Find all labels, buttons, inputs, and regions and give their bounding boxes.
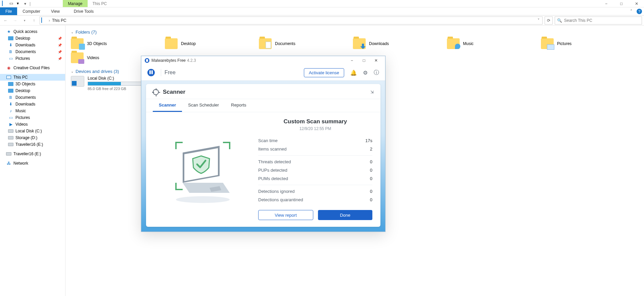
search-icon: 🔍 (557, 18, 562, 23)
drive-icon (8, 128, 13, 134)
activate-license-button[interactable]: Activate license (304, 68, 344, 77)
folder-icon (8, 88, 13, 93)
quick-access-toolbar: ▭ ▾ ▾ | (0, 1, 33, 6)
drive-icon (71, 76, 84, 87)
sidebar-item-traveller-detached[interactable]: Traveller16 (E:) (0, 151, 65, 157)
folders-section-header[interactable]: ⌄Folders (7) (71, 30, 639, 35)
drive-name: Local Disk (C:) (88, 76, 141, 81)
malwarebytes-window: Malwarebytes Free 4.2.3 − □ ✕ Free Activ… (141, 56, 385, 232)
close-button[interactable]: ✕ (629, 0, 644, 7)
pin-icon: 📌 (58, 50, 62, 54)
folder-desktop[interactable]: Desktop (165, 37, 232, 51)
folder-downloads[interactable]: Downloads (353, 37, 420, 51)
search-box[interactable]: 🔍 (555, 16, 642, 25)
maximize-button[interactable]: □ (614, 0, 629, 7)
folder-videos[interactable]: Videos (71, 51, 138, 65)
gear-icon[interactable]: ⚙ (363, 70, 368, 76)
tab-scanner[interactable]: Scanner (153, 99, 182, 112)
row-pums: PUMs detected0 (258, 174, 372, 183)
row-scan-time: Scan time17s (258, 136, 372, 145)
ribbon-tab-drive-tools[interactable]: Drive Tools (68, 7, 99, 15)
summary-title: Custom Scan summary (258, 118, 372, 125)
pin-icon: 📌 (58, 37, 62, 40)
qat-overflow[interactable]: ▾ (24, 1, 26, 6)
folder-music[interactable]: Music (447, 37, 514, 51)
sidebar-item-desktop[interactable]: Desktop📌 (0, 35, 65, 42)
folder-icon (165, 38, 178, 49)
sidebar-item-traveller-e[interactable]: Traveller16 (E:) (0, 141, 65, 148)
refresh-button[interactable]: ⟳ (545, 16, 553, 25)
sidebar-network[interactable]: 🖧Network (0, 160, 65, 167)
mb-titlebar[interactable]: Malwarebytes Free 4.2.3 − □ ✕ (141, 56, 385, 65)
chevron-down-icon: ⌄ (71, 70, 74, 73)
sidebar-item-documents2[interactable]: 🗎Documents (0, 94, 65, 101)
sidebar-item-downloads[interactable]: ⬇Downloads📌 (0, 42, 65, 48)
ribbon-collapse[interactable]: ˄ (628, 9, 635, 14)
ribbon-tab-computer[interactable]: Computer (17, 7, 46, 15)
view-report-button[interactable]: View report (258, 210, 313, 220)
row-pups: PUPs detected0 (258, 166, 372, 174)
sidebar-item-storage-d[interactable]: Storage (D:) (0, 134, 65, 141)
svg-marker-1 (183, 183, 230, 193)
collapse-icon[interactable]: ⇲ (370, 90, 374, 94)
sidebar-item-desktop2[interactable]: Desktop (0, 87, 65, 94)
minimize-button[interactable]: − (599, 0, 614, 7)
forward-button[interactable]: → (11, 17, 19, 24)
tab-reports[interactable]: Reports (225, 99, 252, 112)
drive-local-c[interactable]: Local Disk (C:) 85.0 GB free of 223 GB (71, 76, 141, 91)
folder-icon (447, 38, 460, 49)
help-icon[interactable]: ⓘ (374, 69, 379, 76)
sidebar-item-pictures[interactable]: ▭Pictures📌 (0, 55, 65, 62)
row-quarantined: Detections quarantined0 (258, 196, 372, 204)
mb-close-button[interactable]: ✕ (370, 57, 382, 64)
mb-minimize-button[interactable]: − (346, 57, 358, 64)
folder-icon (541, 38, 554, 49)
help-icon[interactable]: ? (637, 9, 642, 14)
contextual-tab-manage[interactable]: Manage (63, 0, 87, 7)
folder-3dobjects[interactable]: 3D Objects (71, 37, 138, 51)
bell-icon[interactable]: 🔔 (350, 70, 357, 76)
star-icon: ★ (6, 29, 11, 34)
recent-locations[interactable]: ▾ (21, 17, 28, 24)
folder-icon (71, 38, 84, 49)
ribbon-tab-view[interactable]: View (46, 7, 65, 15)
sidebar-quick-access[interactable]: ★Quick access (0, 28, 65, 35)
drive-usage-bar (88, 82, 141, 86)
pictures-icon: ▭ (8, 56, 13, 61)
drive-icon (6, 151, 11, 157)
window-title: This PC (88, 0, 112, 7)
sidebar-creative-cloud[interactable]: ◉Creative Cloud Files (0, 65, 65, 71)
sidebar-item-3dobjects[interactable]: 3D Objects (0, 81, 65, 87)
mb-title: Malwarebytes Free (151, 58, 186, 63)
search-input[interactable] (564, 18, 640, 23)
sidebar-this-pc[interactable]: This PC (0, 74, 65, 81)
chevron-down-icon: ⌄ (71, 30, 74, 34)
folder-pictures[interactable]: Pictures (541, 37, 608, 51)
panel-title: Scanner (163, 89, 185, 95)
new-folder-icon[interactable]: ▾ (17, 1, 22, 6)
address-dropdown[interactable]: ˅ (536, 18, 541, 23)
done-button[interactable]: Done (318, 210, 372, 220)
documents-icon: 🗎 (8, 95, 13, 100)
back-button[interactable]: ← (2, 17, 9, 24)
properties-icon[interactable]: ▭ (9, 1, 15, 6)
sidebar-item-videos[interactable]: ▶Videos (0, 121, 65, 128)
sidebar-item-downloads2[interactable]: ⬇Downloads (0, 101, 65, 108)
sidebar-item-pictures2[interactable]: ▭Pictures (0, 114, 65, 121)
pc-icon (41, 18, 47, 23)
navigation-bar: ← → ▾ ↑ › This PC ˅ ⟳ 🔍 (0, 15, 644, 26)
folder-icon (259, 38, 272, 49)
sidebar-item-documents[interactable]: 🗎Documents📌 (0, 48, 65, 55)
mb-maximize-button[interactable]: □ (358, 57, 370, 64)
address-bar[interactable]: › This PC ˅ (40, 16, 543, 25)
up-button[interactable]: ↑ (30, 17, 38, 24)
folder-icon (353, 38, 366, 49)
folder-documents[interactable]: Documents (259, 37, 326, 51)
ribbon: File Home Computer View Drive Tools ˄ ? (0, 7, 644, 15)
breadcrumb[interactable]: This PC (52, 18, 66, 23)
sidebar-item-music[interactable]: ♪Music (0, 108, 65, 114)
tab-scheduler[interactable]: Scan Scheduler (182, 99, 225, 112)
titlebar-sep: | (30, 1, 31, 6)
ribbon-tab-file[interactable]: File (0, 7, 17, 15)
sidebar-item-localdisk-c[interactable]: Local Disk (C:) (0, 128, 65, 134)
